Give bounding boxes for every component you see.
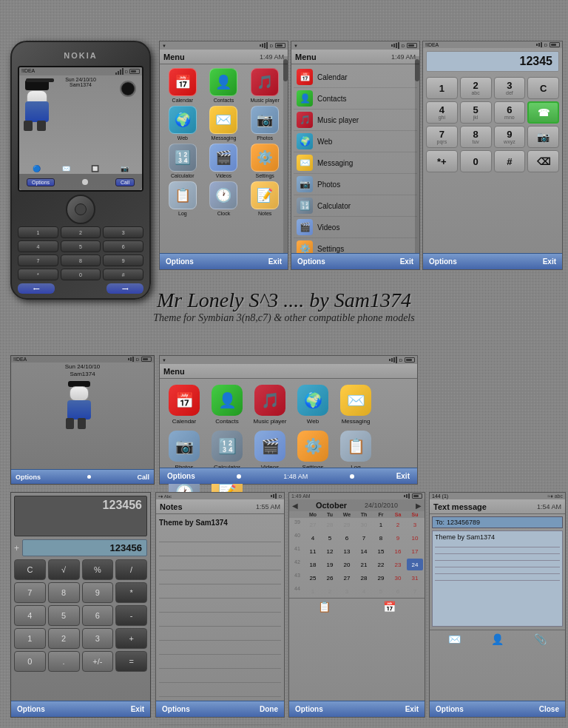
grid-item-music[interactable]: 🎵 Music player (246, 68, 284, 103)
cal-prev-btn[interactable]: ◀ (292, 502, 298, 510)
dialer-key-7[interactable]: 7pqrs (426, 126, 458, 148)
sms-close-btn[interactable]: Close (539, 705, 559, 713)
large-item-messaging[interactable]: ✉️ Messaging (337, 385, 374, 425)
key-2[interactable]: 2 (61, 226, 101, 238)
large-item-settings[interactable]: ⚙️ Settings (294, 431, 331, 471)
list-menu-options-btn[interactable]: Options (297, 257, 325, 266)
menu-grid-exit-btn[interactable]: Exit (268, 257, 282, 266)
dialer-key-0[interactable]: 0 (460, 150, 492, 172)
sms-action-contacts[interactable]: 👤 (491, 633, 504, 645)
key-5[interactable]: 5 (61, 240, 101, 252)
nav-cluster[interactable] (66, 195, 95, 224)
grid-item-calendar[interactable]: 📅 Calendar (163, 68, 202, 103)
calc-key-plusminus[interactable]: +/- (82, 651, 114, 672)
dialer-key-camera[interactable]: 📷 (527, 126, 559, 148)
calc-key-7[interactable]: 7 (14, 582, 46, 603)
cal-action-2[interactable]: 📅 (383, 601, 396, 613)
cal-exit-btn[interactable]: Exit (405, 705, 419, 713)
key-7[interactable]: 7 (18, 255, 58, 266)
large-item-videos[interactable]: 🎬 Videos (251, 431, 288, 471)
grid-item-photos[interactable]: 📷 Photos (246, 106, 284, 141)
cal-today[interactable]: 24 (407, 559, 423, 570)
calc-key-0[interactable]: 0 (14, 651, 46, 672)
dialer-key-backspace[interactable]: ⌫ (527, 150, 559, 172)
phone-options-btn[interactable]: Options (27, 178, 55, 186)
key-6[interactable]: 6 (103, 240, 143, 252)
calc-key-1[interactable]: 1 (14, 628, 46, 649)
list-item-calculator[interactable]: 🔢 Calculator (294, 195, 417, 217)
list-item-photos[interactable]: 📷 Photos (294, 174, 417, 195)
notes-options-btn[interactable]: Options (162, 705, 190, 713)
list-menu-exit-btn[interactable]: Exit (400, 257, 413, 266)
dialer-key-9[interactable]: 9wxyz (494, 126, 526, 148)
large-menu-options-btn[interactable]: Options (167, 472, 195, 480)
key-star[interactable]: * (18, 269, 58, 280)
large-item-log[interactable]: 📋 Log (337, 431, 374, 471)
calc-key-dot[interactable]: . (48, 651, 80, 672)
large-item-contacts[interactable]: 👤 Contacts (209, 385, 246, 425)
grid-item-log[interactable]: 📋 Log (163, 181, 202, 216)
calc-key-8[interactable]: 8 (48, 582, 80, 603)
large-menu-exit-btn[interactable]: Exit (396, 472, 410, 480)
grid-item-notes[interactable]: 📝 Notes (246, 181, 284, 216)
sms-content-area[interactable]: Theme by Sam1374 (432, 530, 563, 627)
list-item-music[interactable]: 🎵 Music player (294, 109, 417, 131)
cal-next-btn[interactable]: ▶ (416, 502, 422, 510)
dialer-key-5[interactable]: 5jkl (460, 101, 492, 124)
large-item-web[interactable]: 🌍 Web (294, 385, 331, 425)
large-item-music[interactable]: 🎵 Music player (251, 385, 288, 425)
key-hash[interactable]: # (103, 269, 143, 280)
dialer-options-btn[interactable]: Options (429, 257, 457, 266)
key-4[interactable]: 4 (18, 240, 58, 252)
calc-key-percent[interactable]: % (82, 559, 114, 580)
dialer-key-2[interactable]: 2abc (460, 77, 492, 99)
dialer-key-6[interactable]: 6mno (494, 101, 526, 124)
grid-item-videos[interactable]: 🎬 Videos (205, 144, 243, 178)
dialer-key-8[interactable]: 8tuv (460, 126, 492, 148)
key-3[interactable]: 3 (103, 226, 143, 238)
dialer-key-4[interactable]: 4ghi (426, 101, 458, 124)
key-0[interactable]: 0 (61, 269, 101, 280)
grid-item-web[interactable]: 🌍 Web (163, 106, 202, 141)
calc-exit-btn[interactable]: Exit (131, 705, 144, 713)
large-item-calculator[interactable]: 🔢 Calculator (209, 431, 246, 471)
dialer-key-star[interactable]: *+ (426, 150, 458, 172)
dialer-key-clear[interactable]: C (527, 77, 559, 99)
sms-options-btn[interactable]: Options (436, 705, 464, 713)
notes-done-btn[interactable]: Done (260, 705, 278, 713)
sms-action-send[interactable]: ✉️ (448, 633, 461, 645)
calc-key-plus[interactable]: + (115, 628, 147, 649)
menu-grid-options-btn[interactable]: Options (166, 257, 194, 266)
calc-key-9[interactable]: 9 (82, 582, 114, 603)
key-1[interactable]: 1 (18, 226, 58, 238)
large-phone-options-btn[interactable]: Options (16, 473, 41, 481)
calc-key-multiply[interactable]: * (115, 582, 147, 603)
calc-options-btn[interactable]: Options (17, 705, 45, 713)
list-item-web[interactable]: 🌍 Web (294, 131, 417, 152)
large-item-photos[interactable]: 📷 Photos (166, 431, 203, 471)
calc-key-minus[interactable]: - (115, 605, 147, 626)
grid-item-contacts[interactable]: 👤 Contacts (205, 68, 243, 103)
dialer-key-call[interactable]: ☎ (527, 101, 559, 124)
key-8[interactable]: 8 (61, 255, 101, 266)
sms-action-attach[interactable]: 📎 (534, 633, 547, 645)
grid-item-messaging[interactable]: ✉️ Messaging (205, 106, 243, 141)
large-phone-call-btn[interactable]: Call (137, 473, 149, 481)
calc-key-2[interactable]: 2 (48, 628, 80, 649)
calc-key-3[interactable]: 3 (82, 628, 114, 649)
calc-key-5[interactable]: 5 (48, 605, 80, 626)
grid-item-settings[interactable]: ⚙️ Settings (246, 144, 284, 178)
phone-call-btn[interactable]: Call (115, 178, 135, 186)
dialer-key-hash[interactable]: # (494, 150, 526, 172)
grid-item-calculator[interactable]: 🔢 Calculator (163, 144, 202, 178)
calc-key-6[interactable]: 6 (82, 605, 114, 626)
list-item-calendar[interactable]: 📅 Calendar (294, 67, 417, 88)
calc-key-equals[interactable]: = (115, 651, 147, 672)
dialer-key-1[interactable]: 1 (426, 77, 458, 99)
dialer-key-3[interactable]: 3def (494, 77, 526, 99)
large-item-calendar[interactable]: 📅 Calendar (166, 385, 203, 425)
calc-key-divide[interactable]: / (115, 559, 147, 580)
dialer-exit-btn[interactable]: Exit (543, 257, 556, 266)
cal-action-1[interactable]: 📋 (318, 601, 331, 613)
list-item-messaging[interactable]: ✉️ Messaging (294, 152, 417, 174)
